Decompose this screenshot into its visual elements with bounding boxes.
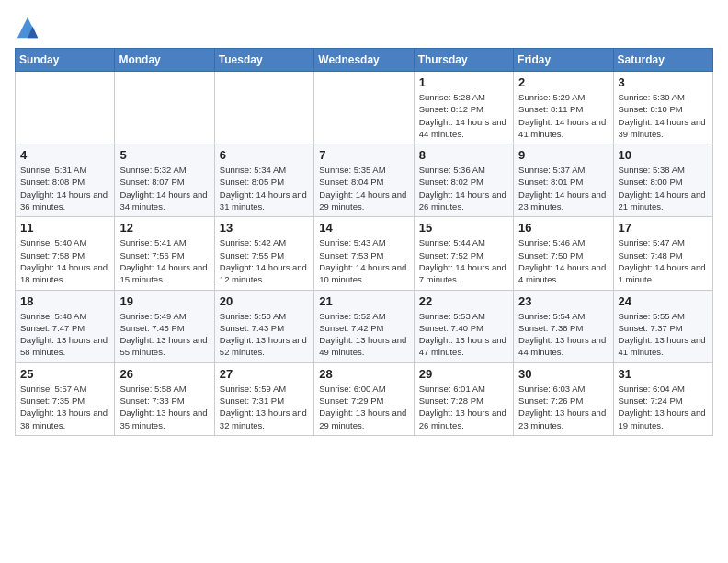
day-number: 10	[619, 148, 708, 162]
calendar-cell: 20Sunrise: 5:50 AM Sunset: 7:43 PM Dayli…	[214, 290, 313, 362]
calendar-week-1: 1Sunrise: 5:28 AM Sunset: 8:12 PM Daylig…	[16, 72, 713, 144]
day-info: Sunrise: 6:03 AM Sunset: 7:26 PM Dayligh…	[518, 383, 608, 431]
calendar-week-5: 25Sunrise: 5:57 AM Sunset: 7:35 PM Dayli…	[16, 362, 713, 435]
calendar-cell: 26Sunrise: 5:58 AM Sunset: 7:33 PM Dayli…	[115, 362, 214, 435]
day-info: Sunrise: 5:29 AM Sunset: 8:11 PM Dayligh…	[518, 91, 608, 140]
logo-icon	[15, 15, 40, 40]
calendar-cell: 14Sunrise: 5:43 AM Sunset: 7:53 PM Dayli…	[314, 217, 414, 290]
column-header-tuesday: Tuesday	[214, 49, 313, 72]
calendar-cell: 23Sunrise: 5:54 AM Sunset: 7:38 PM Dayli…	[514, 290, 613, 362]
day-number: 18	[20, 294, 109, 308]
calendar-cell	[115, 72, 214, 144]
day-number: 27	[220, 367, 309, 381]
calendar-cell: 7Sunrise: 5:35 AM Sunset: 8:04 PM Daylig…	[314, 144, 414, 217]
day-number: 7	[319, 148, 408, 162]
calendar-week-2: 4Sunrise: 5:31 AM Sunset: 8:08 PM Daylig…	[16, 144, 713, 217]
day-info: Sunrise: 5:54 AM Sunset: 7:38 PM Dayligh…	[518, 310, 608, 359]
calendar-cell: 2Sunrise: 5:29 AM Sunset: 8:11 PM Daylig…	[514, 72, 613, 144]
calendar-cell: 15Sunrise: 5:44 AM Sunset: 7:52 PM Dayli…	[414, 217, 513, 290]
day-info: Sunrise: 5:42 AM Sunset: 7:55 PM Dayligh…	[220, 236, 309, 285]
calendar-cell: 13Sunrise: 5:42 AM Sunset: 7:55 PM Dayli…	[214, 217, 313, 290]
calendar-cell: 30Sunrise: 6:03 AM Sunset: 7:26 PM Dayli…	[514, 362, 613, 435]
day-number: 6	[220, 148, 309, 162]
day-number: 4	[20, 148, 109, 162]
day-info: Sunrise: 5:30 AM Sunset: 8:10 PM Dayligh…	[619, 91, 708, 140]
calendar-cell: 28Sunrise: 6:00 AM Sunset: 7:29 PM Dayli…	[314, 362, 414, 435]
day-info: Sunrise: 5:44 AM Sunset: 7:52 PM Dayligh…	[419, 236, 508, 285]
day-info: Sunrise: 5:50 AM Sunset: 7:43 PM Dayligh…	[220, 310, 309, 359]
calendar-cell	[214, 72, 313, 144]
day-number: 26	[119, 367, 209, 381]
calendar-cell: 9Sunrise: 5:37 AM Sunset: 8:01 PM Daylig…	[514, 144, 613, 217]
calendar-cell: 31Sunrise: 6:04 AM Sunset: 7:24 PM Dayli…	[613, 362, 712, 435]
day-number: 8	[419, 148, 508, 162]
calendar-table: SundayMondayTuesdayWednesdayThursdayFrid…	[15, 48, 713, 436]
column-header-sunday: Sunday	[16, 49, 115, 72]
calendar-cell: 16Sunrise: 5:46 AM Sunset: 7:50 PM Dayli…	[514, 217, 613, 290]
calendar-cell: 27Sunrise: 5:59 AM Sunset: 7:31 PM Dayli…	[214, 362, 313, 435]
day-info: Sunrise: 5:49 AM Sunset: 7:45 PM Dayligh…	[119, 310, 209, 359]
day-number: 28	[319, 367, 408, 381]
day-info: Sunrise: 6:04 AM Sunset: 7:24 PM Dayligh…	[619, 383, 708, 431]
day-info: Sunrise: 5:57 AM Sunset: 7:35 PM Dayligh…	[20, 383, 109, 431]
calendar-cell: 18Sunrise: 5:48 AM Sunset: 7:47 PM Dayli…	[16, 290, 115, 362]
day-info: Sunrise: 5:28 AM Sunset: 8:12 PM Dayligh…	[419, 91, 508, 140]
day-info: Sunrise: 6:00 AM Sunset: 7:29 PM Dayligh…	[319, 383, 408, 431]
day-info: Sunrise: 5:55 AM Sunset: 7:37 PM Dayligh…	[619, 310, 708, 359]
day-info: Sunrise: 5:46 AM Sunset: 7:50 PM Dayligh…	[518, 236, 608, 285]
calendar-week-4: 18Sunrise: 5:48 AM Sunset: 7:47 PM Dayli…	[16, 290, 713, 362]
calendar-cell	[16, 72, 115, 144]
calendar-cell: 8Sunrise: 5:36 AM Sunset: 8:02 PM Daylig…	[414, 144, 513, 217]
day-info: Sunrise: 5:43 AM Sunset: 7:53 PM Dayligh…	[319, 236, 408, 285]
day-number: 22	[419, 294, 508, 308]
column-header-wednesday: Wednesday	[314, 49, 414, 72]
logo	[15, 15, 44, 40]
calendar-cell: 21Sunrise: 5:52 AM Sunset: 7:42 PM Dayli…	[314, 290, 414, 362]
column-header-monday: Monday	[115, 49, 214, 72]
column-header-thursday: Thursday	[414, 49, 513, 72]
calendar-week-3: 11Sunrise: 5:40 AM Sunset: 7:58 PM Dayli…	[16, 217, 713, 290]
day-info: Sunrise: 5:32 AM Sunset: 8:07 PM Dayligh…	[119, 164, 209, 213]
day-number: 5	[119, 148, 209, 162]
day-number: 30	[518, 367, 608, 381]
day-info: Sunrise: 5:36 AM Sunset: 8:02 PM Dayligh…	[419, 164, 508, 213]
calendar-cell: 5Sunrise: 5:32 AM Sunset: 8:07 PM Daylig…	[115, 144, 214, 217]
page-header	[15, 15, 713, 40]
day-info: Sunrise: 5:38 AM Sunset: 8:00 PM Dayligh…	[619, 164, 708, 213]
day-number: 1	[419, 75, 508, 89]
day-number: 17	[619, 221, 708, 235]
day-number: 16	[518, 221, 608, 235]
day-info: Sunrise: 5:37 AM Sunset: 8:01 PM Dayligh…	[518, 164, 608, 213]
calendar-cell: 25Sunrise: 5:57 AM Sunset: 7:35 PM Dayli…	[16, 362, 115, 435]
day-number: 19	[119, 294, 209, 308]
day-number: 9	[518, 148, 608, 162]
day-number: 31	[619, 367, 708, 381]
day-number: 2	[518, 75, 608, 89]
day-info: Sunrise: 5:53 AM Sunset: 7:40 PM Dayligh…	[419, 310, 508, 359]
day-number: 11	[20, 221, 109, 235]
day-number: 13	[220, 221, 309, 235]
day-number: 25	[20, 367, 109, 381]
calendar-cell: 12Sunrise: 5:41 AM Sunset: 7:56 PM Dayli…	[115, 217, 214, 290]
day-info: Sunrise: 5:52 AM Sunset: 7:42 PM Dayligh…	[319, 310, 408, 359]
day-info: Sunrise: 5:34 AM Sunset: 8:05 PM Dayligh…	[220, 164, 309, 213]
column-header-saturday: Saturday	[613, 49, 712, 72]
calendar-cell: 19Sunrise: 5:49 AM Sunset: 7:45 PM Dayli…	[115, 290, 214, 362]
calendar-cell	[314, 72, 414, 144]
day-number: 12	[119, 221, 209, 235]
calendar-cell: 6Sunrise: 5:34 AM Sunset: 8:05 PM Daylig…	[214, 144, 313, 217]
calendar-cell: 24Sunrise: 5:55 AM Sunset: 7:37 PM Dayli…	[613, 290, 712, 362]
day-number: 23	[518, 294, 608, 308]
calendar-cell: 1Sunrise: 5:28 AM Sunset: 8:12 PM Daylig…	[414, 72, 513, 144]
calendar-cell: 11Sunrise: 5:40 AM Sunset: 7:58 PM Dayli…	[16, 217, 115, 290]
day-number: 29	[419, 367, 508, 381]
day-info: Sunrise: 5:41 AM Sunset: 7:56 PM Dayligh…	[119, 236, 209, 285]
calendar-cell: 4Sunrise: 5:31 AM Sunset: 8:08 PM Daylig…	[16, 144, 115, 217]
calendar-header-row: SundayMondayTuesdayWednesdayThursdayFrid…	[16, 49, 713, 72]
calendar-cell: 17Sunrise: 5:47 AM Sunset: 7:48 PM Dayli…	[613, 217, 712, 290]
calendar-cell: 29Sunrise: 6:01 AM Sunset: 7:28 PM Dayli…	[414, 362, 513, 435]
day-number: 24	[619, 294, 708, 308]
day-info: Sunrise: 5:35 AM Sunset: 8:04 PM Dayligh…	[319, 164, 408, 213]
day-number: 21	[319, 294, 408, 308]
calendar-cell: 3Sunrise: 5:30 AM Sunset: 8:10 PM Daylig…	[613, 72, 712, 144]
